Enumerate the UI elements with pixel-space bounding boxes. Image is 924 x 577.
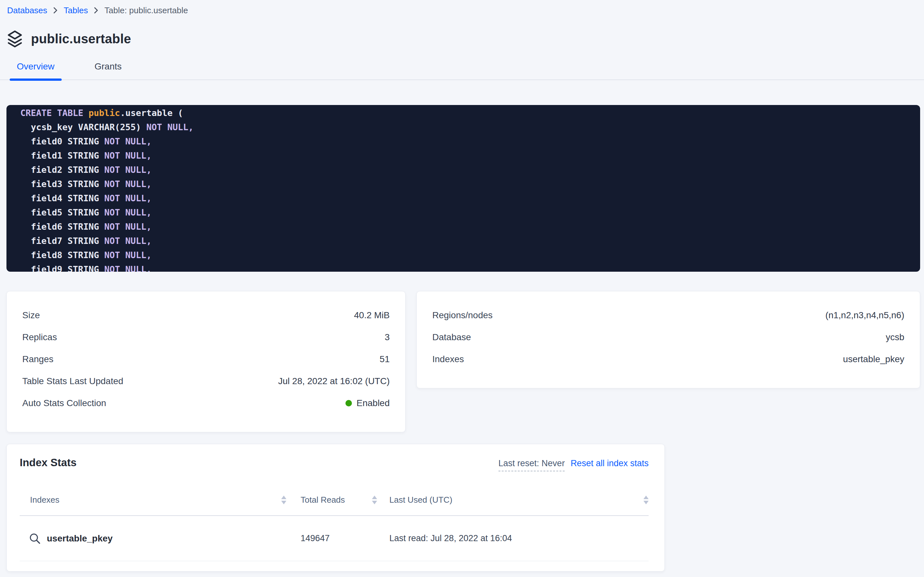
sql-line: field0 STRING NOT NULL, (20, 134, 910, 148)
stat-label: Ranges (22, 354, 54, 364)
stat-value: 40.2 MiB (354, 310, 390, 321)
total-reads-cell: 149647 (291, 533, 380, 543)
index-stats-actions: Last reset: Never Reset all index stats (498, 458, 649, 471)
page-title: public.usertable (31, 32, 131, 46)
last-used-cell: Last read: Jul 28, 2022 at 16:04 (380, 533, 649, 543)
stack-icon (6, 30, 23, 48)
tab-overview[interactable]: Overview (10, 58, 62, 79)
index-table-row: usertable_pkey 149647 Last read: Jul 28,… (20, 516, 649, 561)
details-cards-row: Size 40.2 MiB Replicas 3 Ranges 51 Table… (6, 291, 920, 432)
stat-label: Regions/nodes (432, 310, 493, 321)
stat-row-stats-updated: Table Stats Last Updated Jul 28, 2022 at… (22, 370, 390, 392)
sql-line: ycsb_key VARCHAR(255) NOT NULL, (20, 120, 910, 134)
column-header-total-reads[interactable]: Total Reads (291, 495, 380, 505)
sql-line: field1 STRING NOT NULL, (20, 148, 910, 163)
tab-grants[interactable]: Grants (87, 58, 129, 79)
last-reset-text: Last reset: Never (498, 458, 565, 471)
stat-label: Indexes (432, 354, 464, 364)
stat-label: Replicas (22, 332, 57, 342)
sql-line: field4 STRING NOT NULL, (20, 191, 910, 205)
sql-line: field2 STRING NOT NULL, (20, 163, 910, 177)
stat-value: Enabled (345, 398, 390, 408)
table-details-page: Databases Tables Table: public.usertable… (0, 5, 924, 572)
index-stats-table: Indexes Total Reads Last Used (UTC) (20, 484, 649, 561)
stat-row-database: Database ycsb (432, 326, 904, 348)
index-stats-header: Index Stats Last reset: Never Reset all … (20, 456, 649, 471)
index-name-cell: usertable_pkey (20, 532, 291, 545)
last-used-value: Last read: Jul 28, 2022 at 16:04 (389, 533, 512, 543)
index-name-link[interactable]: usertable_pkey (47, 533, 112, 544)
chevron-right-icon (53, 7, 58, 14)
create-table-sql-block: CREATE TABLE public.usertable ( ycsb_key… (6, 105, 920, 272)
index-table-header-row: Indexes Total Reads Last Used (UTC) (20, 484, 649, 516)
tab-bar: Overview Grants (0, 58, 924, 80)
table-location-card: Regions/nodes (n1,n2,n3,n4,n5,n6) Databa… (416, 291, 920, 388)
sql-line: field5 STRING NOT NULL, (20, 205, 910, 220)
status-text: Enabled (357, 398, 390, 408)
sql-line: field6 STRING NOT NULL, (20, 220, 910, 234)
stat-value: Jul 28, 2022 at 16:02 (UTC) (278, 376, 390, 387)
column-header-label: Total Reads (301, 495, 345, 505)
column-header-label: Last Used (UTC) (389, 495, 452, 505)
breadcrumb-link-tables[interactable]: Tables (64, 5, 88, 16)
sort-arrows-icon (372, 496, 377, 504)
stat-value: 51 (380, 354, 390, 364)
stat-row-regions: Regions/nodes (n1,n2,n3,n4,n5,n6) (432, 304, 904, 326)
column-header-indexes[interactable]: Indexes (20, 495, 291, 505)
stat-label: Size (22, 310, 40, 321)
sql-line: field3 STRING NOT NULL, (20, 177, 910, 191)
breadcrumb: Databases Tables Table: public.usertable (7, 5, 924, 16)
stat-value: usertable_pkey (843, 354, 904, 364)
breadcrumb-current: Table: public.usertable (104, 5, 188, 16)
stat-row-auto-stats: Auto Stats Collection Enabled (22, 392, 390, 414)
stat-row-indexes: Indexes usertable_pkey (432, 348, 904, 370)
column-header-label: Indexes (30, 495, 59, 505)
sql-line: CREATE TABLE public.usertable ( (20, 106, 910, 120)
search-icon (29, 532, 41, 545)
stat-row-size: Size 40.2 MiB (22, 304, 390, 326)
stat-label: Database (432, 332, 471, 342)
chevron-right-icon (94, 7, 98, 14)
total-reads-value: 149647 (301, 533, 329, 543)
sql-line: field8 STRING NOT NULL, (20, 248, 910, 262)
sql-line: field9 STRING NOT NULL, (20, 262, 910, 272)
status-dot (345, 400, 352, 406)
reset-all-index-stats-link[interactable]: Reset all index stats (570, 458, 649, 469)
stat-row-ranges: Ranges 51 (22, 348, 390, 370)
column-header-last-used[interactable]: Last Used (UTC) (380, 495, 649, 505)
stat-value: ycsb (885, 332, 904, 342)
stat-value: (n1,n2,n3,n4,n5,n6) (826, 310, 904, 321)
stat-row-replicas: Replicas 3 (22, 326, 390, 348)
table-details-card: Size 40.2 MiB Replicas 3 Ranges 51 Table… (6, 291, 405, 432)
stat-label: Auto Stats Collection (22, 398, 106, 408)
index-stats-title: Index Stats (20, 456, 77, 469)
page-header: public.usertable (6, 28, 924, 49)
sort-arrows-icon (281, 496, 286, 504)
index-stats-card: Index Stats Last reset: Never Reset all … (6, 444, 665, 572)
sql-line: field7 STRING NOT NULL, (20, 234, 910, 248)
sort-arrows-icon (643, 496, 649, 504)
stat-label: Table Stats Last Updated (22, 376, 123, 387)
stat-value: 3 (384, 332, 390, 342)
breadcrumb-link-databases[interactable]: Databases (7, 5, 47, 16)
